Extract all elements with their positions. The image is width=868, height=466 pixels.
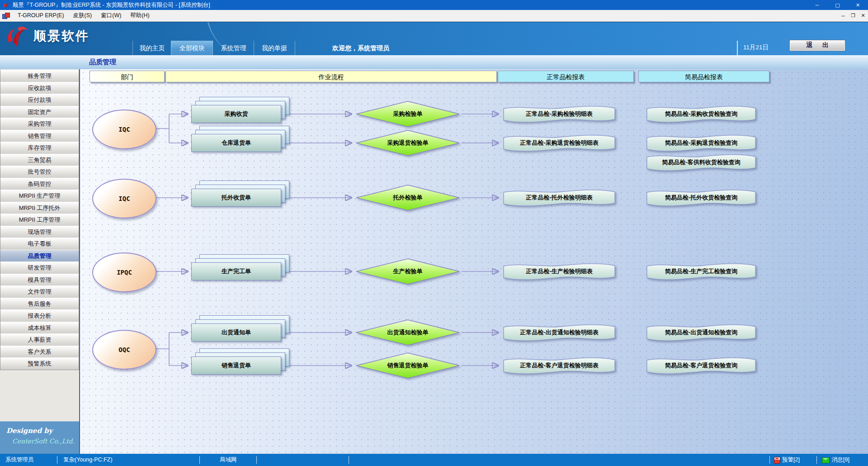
flowchart-canvas: 部门 作业流程 正常品检报表 简易品检报表 IQC IQC IPQC OQC 采…	[79, 69, 868, 454]
status-messages[interactable]: 消息[9]	[832, 454, 849, 466]
check-node-label: 销售退货检验单	[355, 352, 461, 379]
report-node-simple[interactable]: 简易品检-生产完工检验查询	[645, 262, 757, 281]
status-separator	[349, 456, 349, 464]
mdi-close-icon[interactable]: ✕	[858, 13, 868, 19]
check-node[interactable]: 生产检验单	[355, 258, 461, 285]
report-node-label: 正常品检-采购退货检验明细表	[502, 133, 617, 153]
window-title: 顺景『T-GROUP』制造业ERP系统 - 东莞顺景软件科技有限公司 - [系统…	[13, 1, 807, 9]
doc-node-label: 仓库退货单	[192, 134, 281, 152]
status-alerts[interactable]: 预警[2]	[782, 454, 800, 466]
status-separator	[769, 456, 770, 464]
column-header-department: 部门	[90, 71, 165, 82]
sidebar-item-after-sales[interactable]: 售后服务	[0, 298, 79, 310]
sidebar-item-report-analysis[interactable]: 报表分析	[0, 309, 79, 322]
alert-icon	[774, 457, 780, 464]
report-node-label: 简易品检-生产完工检验查询	[645, 262, 757, 281]
menu-item-window[interactable]: 窗口(W)	[96, 10, 126, 21]
welcome-text: 欢迎您，系统管理员	[332, 41, 389, 55]
sidebar-item-lot-control[interactable]: 批号管控	[0, 166, 79, 178]
sidebar-item-costing[interactable]: 成本核算	[0, 322, 79, 334]
sidebar-item-receivables[interactable]: 应收款项	[0, 82, 79, 95]
tab-my-home[interactable]: 我的主页	[132, 41, 171, 55]
message-icon	[822, 457, 830, 463]
report-node-label: 简易品检-客户退货检验查询	[645, 356, 757, 376]
tab-my-documents[interactable]: 我的单据	[254, 41, 295, 55]
sidebar-item-triangle-trade[interactable]: 三角贸易	[0, 154, 79, 166]
mdi-minimize-icon[interactable]: ─	[838, 13, 848, 19]
sidebar-item-mrp2-production[interactable]: MRPII 生产管理	[0, 190, 79, 202]
doc-node-label: 销售退货单	[192, 357, 281, 374]
sidebar-item-mrp2-outsourcing[interactable]: MRPII 工序托外	[0, 202, 79, 214]
sidebar-item-hr-payroll[interactable]: 人事薪资	[0, 333, 79, 346]
doc-node[interactable]: 生产完工单	[191, 262, 281, 281]
report-node-simple[interactable]: 简易品检-采购收货检验查询	[645, 104, 757, 124]
dept-node-oqc[interactable]: OQC	[92, 330, 156, 370]
menu-item-skin[interactable]: 皮肤(S)	[69, 10, 97, 21]
sidebar-item-accounting[interactable]: 账务管理	[0, 70, 79, 82]
tab-system-admin[interactable]: 系统管理	[212, 41, 254, 55]
report-node-normal[interactable]: 正常品检-采购检验明细表	[502, 104, 617, 124]
minimize-icon[interactable]: ─	[807, 0, 827, 10]
mdi-restore-icon[interactable]: ❐	[848, 13, 858, 19]
check-node[interactable]: 托外检验单	[355, 184, 461, 211]
sidebar-item-document[interactable]: 文件管理	[0, 285, 79, 298]
maximize-icon[interactable]: ▢	[827, 0, 848, 10]
doc-node[interactable]: 销售退货单	[191, 357, 281, 375]
close-icon[interactable]: ✕	[848, 0, 868, 10]
sidebar-item-purchasing[interactable]: 采购管理	[0, 118, 79, 130]
status-user: 系统管理员	[5, 454, 34, 466]
sidebar-item-mrp2-process[interactable]: MRPII 工序管理	[0, 214, 79, 226]
doc-node[interactable]: 托外收货单	[191, 189, 281, 207]
mdi-child-icon	[2, 13, 9, 19]
report-node-simple[interactable]: 简易品检-采购退货检验查询	[645, 133, 757, 153]
sidebar-item-kanban[interactable]: 电子看板	[0, 238, 79, 250]
module-sidebar: 账务管理 应收款项 应付款项 固定资产 采购管理 销售管理 库存管理 三角贸易 …	[0, 69, 79, 454]
report-node-label: 简易品检-采购收货检验查询	[645, 104, 757, 124]
dept-node-iqc-2[interactable]: IQC	[92, 179, 156, 219]
column-header-normal-reports: 正常品检报表	[498, 71, 634, 82]
check-node[interactable]: 采购检验单	[355, 100, 461, 128]
exit-button[interactable]: 退 出	[789, 40, 845, 51]
check-node[interactable]: 出货通知检验单	[355, 319, 461, 346]
sidebar-item-alert-system[interactable]: 预警系统	[0, 357, 79, 370]
status-separator	[57, 456, 57, 464]
doc-node-label: 出货通知单	[192, 324, 281, 341]
app-logo-icon	[3, 2, 9, 9]
designed-by-panel: Designed by CenterSoft Co.,Ltd.	[0, 421, 79, 454]
doc-node[interactable]: 采购收货	[191, 105, 281, 123]
report-node-normal[interactable]: 正常品检-采购退货检验明细表	[502, 133, 617, 153]
report-node-simple[interactable]: 简易品检-托外收货检验查询	[645, 188, 757, 208]
status-machine: 复杂(Young-PC:FZ)	[63, 454, 113, 466]
sidebar-item-rnd[interactable]: 研发管理	[0, 262, 79, 274]
sidebar-item-inventory[interactable]: 库存管理	[0, 142, 79, 154]
sidebar-item-mold[interactable]: 模具管理	[0, 274, 79, 286]
check-node[interactable]: 销售退货检验单	[355, 352, 461, 379]
dept-node-iqc-1[interactable]: IQC	[92, 109, 156, 149]
dept-node-ipqc[interactable]: IPQC	[92, 252, 156, 292]
sidebar-item-shopfloor[interactable]: 现场管理	[0, 226, 79, 238]
report-node-simple[interactable]: 简易品检-客供料收货检验查询	[645, 152, 757, 172]
report-node-normal[interactable]: 正常品检-出货通知检验明细表	[502, 323, 617, 342]
sidebar-item-payables[interactable]: 应付款项	[0, 94, 79, 106]
title-bar: 顺景『T-GROUP』制造业ERP系统 - 东莞顺景软件科技有限公司 - [系统…	[0, 0, 868, 10]
sidebar-item-quality[interactable]: 品质管理	[0, 250, 79, 262]
menu-item-tgroup-erp[interactable]: T-GROUP ERP(E)	[13, 10, 69, 21]
doc-node[interactable]: 仓库退货单	[191, 134, 281, 152]
sidebar-item-fixed-assets[interactable]: 固定资产	[0, 106, 79, 119]
mdi-window-controls: ─ ❐ ✕	[838, 13, 868, 19]
report-node-normal[interactable]: 正常品检-托外检验明细表	[502, 188, 617, 208]
menu-item-help[interactable]: 帮助(H)	[126, 10, 154, 21]
report-node-simple[interactable]: 简易品检-出货通知检验查询	[645, 323, 757, 342]
sidebar-item-barcode-control[interactable]: 条码管控	[0, 178, 79, 190]
designed-by-text: Designed by	[6, 427, 79, 435]
doc-node[interactable]: 出货通知单	[191, 323, 281, 342]
report-node-normal[interactable]: 正常品检-客户退货检验明细表	[502, 356, 617, 376]
check-node[interactable]: 采购退货检验单	[355, 129, 461, 157]
report-node-normal[interactable]: 正常品检-生产检验明细表	[502, 262, 617, 281]
sidebar-item-sales[interactable]: 销售管理	[0, 130, 79, 143]
report-node-simple[interactable]: 简易品检-客户退货检验查询	[645, 356, 757, 376]
header-date: 11月21日	[737, 41, 769, 55]
report-node-label: 正常品检-出货通知检验明细表	[502, 323, 617, 342]
tab-all-modules[interactable]: 全部模块	[171, 41, 213, 55]
sidebar-item-crm[interactable]: 客户关系	[0, 346, 79, 358]
